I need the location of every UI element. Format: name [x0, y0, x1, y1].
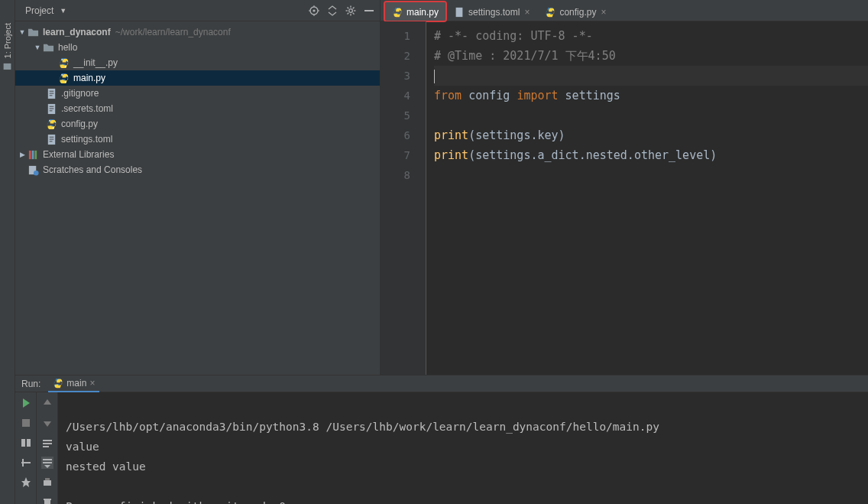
- print-button[interactable]: [41, 476, 53, 489]
- close-icon[interactable]: ×: [89, 378, 95, 389]
- svg-rect-54: [44, 500, 50, 504]
- tab-label: settings.toml: [468, 7, 520, 18]
- code-editor[interactable]: # -*- coding: UTF-8 -*- # @Time : 2021/7…: [426, 21, 868, 375]
- tab-settings[interactable]: settings.toml ×: [447, 2, 536, 21]
- svg-point-3: [313, 9, 315, 11]
- tree-item-label: .secrets.toml: [61, 103, 113, 114]
- text-file-icon: [46, 134, 57, 145]
- soft-wrap-button[interactable]: [41, 437, 53, 449]
- tool-strip: 1: Project: [0, 0, 15, 504]
- tree-file-main[interactable]: main.py: [15, 70, 380, 86]
- console-line: value: [66, 441, 99, 453]
- svg-line-14: [353, 12, 355, 14]
- tree-item-label: hello: [58, 42, 77, 53]
- gear-icon[interactable]: [345, 5, 357, 17]
- code-text: print: [434, 128, 468, 142]
- run-layout-button[interactable]: [20, 437, 32, 449]
- tab-main[interactable]: main.py: [385, 2, 445, 21]
- tree-root-path: ~/work/learn/learn_dynaconf: [115, 27, 231, 37]
- tree-root-label: learn_dynaconf: [43, 27, 111, 37]
- tree-file-init[interactable]: __init__.py: [15, 55, 380, 70]
- run-config-tab[interactable]: main ×: [48, 376, 99, 392]
- svg-rect-36: [29, 150, 31, 158]
- run-stop-button[interactable]: [20, 417, 32, 429]
- scroll-down-button[interactable]: [41, 417, 53, 429]
- python-file-icon: [58, 73, 70, 84]
- svg-rect-38: [34, 150, 37, 158]
- editor: main.py settings.toml × config.py × 1 2 …: [381, 0, 868, 375]
- line-number: 2: [381, 46, 410, 66]
- svg-rect-42: [22, 419, 30, 427]
- gutter: 1 2 3 4 5 6 7 8: [381, 21, 426, 375]
- svg-rect-27: [50, 106, 54, 106]
- svg-rect-41: [456, 7, 463, 16]
- console-line: nested value: [66, 460, 146, 473]
- tree-file-secrets[interactable]: .secrets.toml: [15, 101, 380, 116]
- tree-root[interactable]: ▼ learn_dynaconf ~/work/learn/learn_dyna…: [15, 24, 380, 40]
- scroll-up-button[interactable]: [41, 397, 53, 409]
- tree-file-settings[interactable]: settings.toml: [15, 132, 380, 147]
- console-line: Process finished with exit code 0: [66, 500, 286, 504]
- svg-line-13: [348, 7, 349, 8]
- tree-item-label: External Libraries: [43, 149, 114, 160]
- run-play-button[interactable]: [20, 397, 32, 409]
- svg-rect-51: [43, 462, 52, 463]
- code-text: # -*- coding: UTF-8 -*-: [434, 29, 593, 43]
- locate-icon[interactable]: [308, 5, 320, 17]
- svg-point-21: [65, 81, 66, 83]
- run-config-name: main: [66, 378, 86, 389]
- svg-rect-29: [50, 110, 53, 111]
- svg-point-19: [65, 66, 66, 67]
- hide-icon[interactable]: [363, 5, 375, 17]
- run-header: Run: main ×: [15, 376, 868, 392]
- svg-point-40: [34, 170, 39, 175]
- svg-rect-34: [50, 138, 54, 139]
- line-number: 3: [381, 66, 410, 86]
- expand-all-icon[interactable]: [326, 5, 338, 17]
- svg-rect-43: [21, 439, 25, 447]
- chevron-right-icon: ▶: [18, 151, 26, 158]
- text-file-icon: [46, 103, 57, 115]
- run-console[interactable]: /Users/lhb/opt/anaconda3/bin/python3.8 /…: [58, 392, 868, 504]
- code-text: import: [517, 89, 558, 102]
- close-icon[interactable]: ×: [601, 7, 606, 18]
- svg-rect-17: [364, 10, 374, 11]
- python-file-icon: [58, 57, 70, 69]
- tree-folder-hello[interactable]: ▼ hello: [15, 40, 380, 55]
- svg-point-8: [349, 8, 353, 12]
- code-text: (settings.a_dict.nested.other_level): [468, 148, 717, 162]
- svg-line-16: [348, 12, 349, 14]
- tree-external-libraries[interactable]: ▶ External Libraries: [15, 147, 380, 162]
- folder-icon: [43, 42, 54, 54]
- svg-point-30: [49, 119, 50, 121]
- svg-rect-44: [27, 439, 31, 447]
- code-text: print: [434, 148, 468, 162]
- tab-config[interactable]: config.py ×: [538, 2, 613, 21]
- trash-button[interactable]: [41, 496, 53, 504]
- svg-point-18: [61, 58, 63, 60]
- code-text: settings: [559, 89, 620, 102]
- svg-rect-48: [43, 443, 52, 444]
- svg-rect-46: [22, 459, 24, 467]
- svg-rect-0: [4, 63, 11, 70]
- run-attach-button[interactable]: [20, 457, 32, 469]
- python-file-icon: [545, 7, 555, 18]
- dropdown-icon: ▼: [60, 7, 66, 15]
- scroll-to-end-button[interactable]: [41, 457, 53, 469]
- run-body: /Users/lhb/opt/anaconda3/bin/python3.8 /…: [15, 392, 868, 504]
- sidebar-title-text: Project: [25, 5, 53, 16]
- tree-scratches[interactable]: Scratches and Consoles: [15, 162, 380, 177]
- project-tree: ▼ learn_dynaconf ~/work/learn/learn_dyna…: [15, 21, 380, 177]
- sidebar-title[interactable]: Project ▼: [21, 5, 66, 16]
- toolstrip-project[interactable]: 1: Project: [2, 23, 12, 71]
- tree-file-gitignore[interactable]: .gitignore: [15, 86, 380, 101]
- code-text: # @Time : 2021/7/1 下午4:50: [434, 49, 616, 63]
- console-line: /Users/lhb/opt/anaconda3/bin/python3.8 /…: [66, 421, 659, 433]
- tree-file-config[interactable]: config.py: [15, 116, 380, 132]
- svg-line-15: [353, 7, 355, 8]
- svg-rect-23: [50, 90, 54, 91]
- close-icon[interactable]: ×: [524, 7, 530, 18]
- run-pin-button[interactable]: [20, 476, 32, 489]
- tree-item-label: .gitignore: [61, 88, 99, 99]
- code-text: (settings.key): [468, 128, 565, 142]
